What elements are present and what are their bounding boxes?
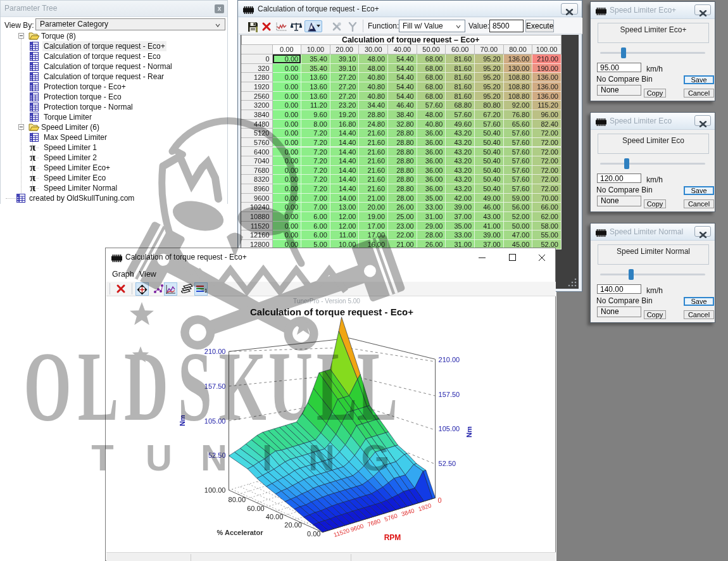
svg-text:1: 1: [204, 287, 206, 294]
svg-text:210.00: 210.00: [439, 356, 460, 363]
svg-text:20.00: 20.00: [284, 521, 302, 529]
svg-text:7680: 7680: [367, 517, 382, 528]
svg-text:60.00: 60.00: [247, 505, 265, 512]
svg-text:3840: 3840: [400, 507, 415, 518]
svg-text:Nm: Nm: [179, 415, 186, 426]
svg-text:52.50: 52.50: [439, 460, 456, 467]
svg-text:157.50: 157.50: [439, 391, 460, 398]
svg-text:0: 0: [438, 496, 442, 504]
svg-text:% Accelerator: % Accelerator: [217, 529, 264, 536]
svg-text:0.00: 0.00: [307, 530, 320, 538]
svg-text:Calculation of torque request: Calculation of torque request - Eco+: [250, 306, 413, 317]
svg-text:157.50: 157.50: [204, 382, 226, 390]
svg-text:80.00: 80.00: [229, 496, 246, 503]
svg-text:TunerPro - Version 5.00: TunerPro - Version 5.00: [293, 298, 360, 305]
svg-text:40.00: 40.00: [266, 513, 284, 520]
svg-text:1920: 1920: [417, 501, 432, 512]
svg-text:100.00: 100.00: [204, 486, 226, 494]
svg-text:5760: 5760: [384, 512, 399, 523]
svg-text:105.00: 105.00: [439, 425, 460, 432]
svg-text:52.50: 52.50: [208, 451, 226, 459]
svg-text:210.00: 210.00: [204, 348, 226, 355]
svg-text:105.00: 105.00: [204, 417, 226, 425]
svg-text:Nm: Nm: [465, 426, 473, 438]
svg-text:9600: 9600: [349, 522, 365, 533]
svg-text:RPM: RPM: [384, 533, 401, 542]
